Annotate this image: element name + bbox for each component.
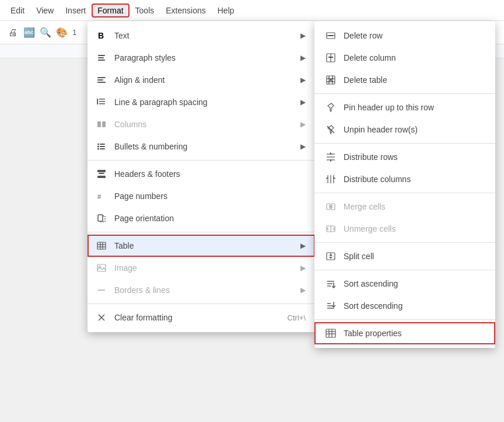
delete-row-item[interactable]: Delete row xyxy=(314,25,495,47)
delete-col-icon xyxy=(324,51,338,65)
spellcheck-icon[interactable]: 🔤 xyxy=(21,25,37,41)
distribute-columns-item[interactable]: Distribute columns xyxy=(314,168,495,190)
distribute-rows-label: Distribute rows xyxy=(344,152,486,162)
table-item[interactable]: Table ▶ xyxy=(88,235,315,257)
sort-descending-item[interactable]: Sort descending xyxy=(314,295,495,317)
bullets-label: Bullets & numbering xyxy=(114,142,300,151)
distribute-rows-item[interactable]: Distribute rows xyxy=(314,146,495,168)
paint-format-icon[interactable]: 🎨 xyxy=(54,25,70,41)
menu-edit[interactable]: Edit xyxy=(5,4,30,18)
menu-extensions[interactable]: Extensions xyxy=(160,4,211,18)
table-submenu[interactable]: Delete row Delete column xyxy=(314,21,495,348)
merge-cells-label: Merge cells xyxy=(344,202,486,211)
image-item[interactable]: Image ▶ xyxy=(88,257,315,279)
svg-rect-25 xyxy=(97,242,106,249)
merge-cells-item[interactable]: Merge cells xyxy=(314,196,495,218)
headers-footers-label: Headers & footers xyxy=(114,169,306,179)
menu-help[interactable]: Help xyxy=(212,4,240,18)
merge-icon xyxy=(324,200,338,214)
svg-rect-9 xyxy=(99,103,105,104)
print-icon[interactable]: 🖨 xyxy=(5,25,21,41)
pin-header-label: Pin header up to this row xyxy=(344,103,486,112)
svg-point-14 xyxy=(97,144,99,145)
align-indent-item[interactable]: Align & indent ▶ xyxy=(88,69,315,91)
unpin-header-item[interactable]: Unpin header row(s) xyxy=(314,118,495,141)
divider-3 xyxy=(88,304,315,304)
text-arrow-icon: ▶ xyxy=(300,32,306,40)
unmerge-cells-label: Unmerge cells xyxy=(344,224,486,233)
svg-rect-20 xyxy=(97,170,106,172)
paragraph-icon xyxy=(94,51,108,65)
menu-insert[interactable]: Insert xyxy=(60,4,92,18)
clear-icon xyxy=(94,311,108,325)
borders-lines-item[interactable]: Borders & lines ▶ xyxy=(88,279,315,301)
table-icon xyxy=(94,239,108,253)
spacing-icon xyxy=(94,95,108,109)
format-menu[interactable]: B Text ▶ Paragraph styles ▶ xyxy=(88,21,315,332)
delete-row-icon xyxy=(324,29,338,43)
clear-formatting-item[interactable]: Clear formatting Ctrl+\ xyxy=(88,306,315,329)
sort-desc-icon xyxy=(324,299,338,313)
svg-rect-69 xyxy=(326,329,335,337)
table-properties-item[interactable]: Table properties xyxy=(314,322,495,344)
sub-divider-5 xyxy=(314,270,495,270)
svg-rect-22 xyxy=(99,173,104,174)
svg-text:#: # xyxy=(97,193,102,200)
line-spacing-item[interactable]: Line & paragraph spacing ▶ xyxy=(88,91,315,113)
divider-2 xyxy=(88,232,315,232)
svg-rect-13 xyxy=(102,121,106,127)
delete-column-item[interactable]: Delete column xyxy=(314,47,495,69)
bold-icon: B xyxy=(94,29,108,43)
svg-rect-12 xyxy=(97,121,101,127)
svg-rect-21 xyxy=(97,176,106,178)
headers-footers-item[interactable]: Headers & footers xyxy=(88,163,315,185)
table-props-icon xyxy=(324,326,338,340)
align-arrow-icon: ▶ xyxy=(300,76,306,84)
image-arrow-icon: ▶ xyxy=(300,264,306,272)
image-icon xyxy=(94,261,108,275)
page-numbers-item[interactable]: # Page numbers xyxy=(88,185,315,207)
bullets-item[interactable]: Bullets & numbering ▶ xyxy=(88,135,315,158)
split-cell-item[interactable]: Split cell xyxy=(314,245,495,267)
table-label: Table xyxy=(114,241,300,250)
sub-divider-6 xyxy=(314,319,495,320)
menu-format[interactable]: Format xyxy=(92,4,129,18)
svg-rect-5 xyxy=(97,79,103,81)
svg-rect-2 xyxy=(98,57,104,58)
page-orientation-label: Page orientation xyxy=(114,214,306,223)
zoom-icon[interactable]: 🔍 xyxy=(37,25,54,41)
sort-ascending-item[interactable]: Sort ascending xyxy=(314,273,495,295)
sort-ascending-label: Sort ascending xyxy=(344,279,486,288)
delete-table-icon xyxy=(324,73,338,87)
delete-table-item[interactable]: Delete table xyxy=(314,69,495,91)
unmerge-cells-item[interactable]: Unmerge cells xyxy=(314,218,495,240)
unmerge-icon xyxy=(324,222,338,236)
columns-label: Columns xyxy=(114,120,300,129)
format-text-item[interactable]: B Text ▶ xyxy=(88,25,315,47)
image-label: Image xyxy=(114,263,300,273)
page-orientation-item[interactable]: Page orientation xyxy=(88,207,315,229)
svg-rect-8 xyxy=(99,101,105,102)
align-indent-label: Align & indent xyxy=(114,75,300,85)
clear-shortcut: Ctrl+\ xyxy=(288,313,306,322)
sub-divider-2 xyxy=(314,143,495,144)
spacing-arrow-icon: ▶ xyxy=(300,98,306,106)
menu-view[interactable]: View xyxy=(30,4,60,18)
align-icon xyxy=(94,73,108,87)
columns-item[interactable]: Columns ▶ xyxy=(88,113,315,135)
svg-rect-4 xyxy=(97,77,106,78)
svg-rect-6 xyxy=(97,82,106,83)
bullets-arrow-icon: ▶ xyxy=(300,142,306,151)
menu-tools[interactable]: Tools xyxy=(130,4,160,18)
svg-rect-17 xyxy=(100,146,105,147)
paragraph-arrow-icon: ▶ xyxy=(300,54,306,62)
page-numbers-label: Page numbers xyxy=(114,191,306,201)
table-arrow-icon: ▶ xyxy=(300,242,306,250)
svg-point-18 xyxy=(97,148,99,150)
svg-rect-1 xyxy=(98,55,105,56)
pin-header-item[interactable]: Pin header up to this row xyxy=(314,96,495,118)
line-spacing-label: Line & paragraph spacing xyxy=(114,97,300,107)
bullets-icon xyxy=(94,139,108,154)
sort-asc-icon xyxy=(324,277,338,291)
paragraph-styles-item[interactable]: Paragraph styles ▶ xyxy=(88,47,315,69)
